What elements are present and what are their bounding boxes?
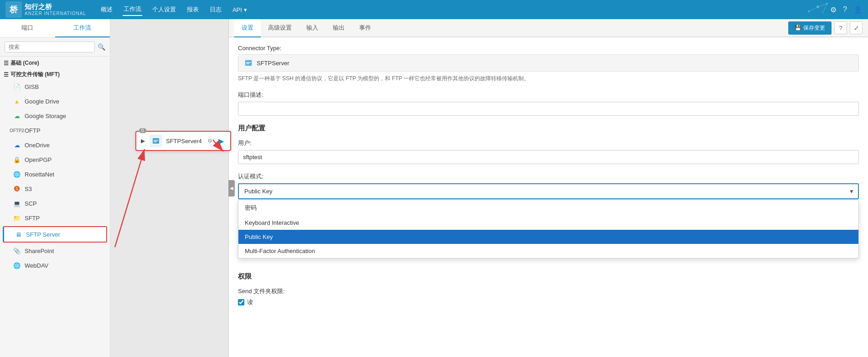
sftp-node-icon	[152, 137, 160, 145]
auth-mode-label: 认证模式:	[238, 172, 859, 181]
onedrive-icon: ☁	[13, 141, 21, 149]
right-panel: 设置 高级设置 输入 输出 事件 💾 保存变更 ? ⤢ Connector Ty…	[229, 19, 868, 357]
connector-type-label: Connector Type:	[238, 45, 859, 52]
connector-type-icon	[244, 58, 253, 67]
tab-output[interactable]: 输出	[326, 19, 352, 37]
s3-icon: 🅢	[13, 185, 21, 193]
sidebar-item-oftp[interactable]: OFTP2 OFTP	[0, 123, 110, 138]
sidebar: 端口 工作流 🔍 ☰ 基础 (Core) ☰ 可控文件传输 (MFT) 📄 GI…	[0, 19, 110, 357]
nav-reports[interactable]: 报表	[186, 3, 200, 16]
sidebar-item-googledrive[interactable]: ▲ Google Drive	[0, 94, 110, 109]
nav-overview[interactable]: 概述	[100, 3, 114, 16]
tab-ports[interactable]: 端口	[0, 19, 55, 37]
node-actions: ⚙ ▶	[206, 136, 226, 145]
sidebar-item-sftp[interactable]: 📁 SFTP	[0, 211, 110, 225]
nav-logs[interactable]: 日志	[209, 3, 222, 16]
port-desc-input[interactable]	[238, 102, 859, 116]
user-icon[interactable]: 👤	[853, 5, 863, 14]
search-button[interactable]: 🔍	[98, 43, 105, 51]
node-expand-icon[interactable]: ▶	[141, 138, 145, 144]
rosettanet-icon: 🌐	[13, 170, 21, 178]
connector-type-group: Connector Type: SFTPServer SFTP 是一种基于 SS…	[238, 45, 859, 83]
tab-workflows[interactable]: 工作流	[55, 19, 110, 37]
sidebar-item-webdav[interactable]: 🌐 WebDAV	[0, 258, 110, 273]
panel-content: Connector Type: SFTPServer SFTP 是一种基于 SS…	[229, 37, 868, 357]
search-input[interactable]	[5, 41, 95, 52]
panel-tabs-bar: 设置 高级设置 输入 输出 事件 💾 保存变更 ? ⤢	[229, 19, 868, 37]
user-config-title: 用户配置	[238, 124, 859, 133]
panel-help-btn[interactable]: ?	[834, 21, 847, 34]
send-folder-group: Send 文件夹权限: 读	[238, 287, 859, 306]
sidebar-content: ☰ 基础 (Core) ☰ 可控文件传输 (MFT) 📄 GISB ▲ Goog…	[0, 57, 110, 357]
collapse-sidebar-btn[interactable]: ◀	[228, 180, 235, 197]
scp-icon: 💻	[13, 199, 21, 207]
save-icon: 💾	[795, 25, 801, 31]
svg-rect-6	[153, 138, 159, 144]
google-storage-icon: ☁	[13, 112, 21, 120]
node-icon	[150, 135, 162, 147]
nav-icons: ⚙ ? 👤	[830, 5, 863, 14]
google-drive-icon: ▲	[13, 97, 21, 105]
auth-dropdown: 密码 Keyboard Interactive Public Key Multi…	[238, 200, 859, 259]
node-connect-btn[interactable]: ▶	[217, 136, 226, 145]
dropdown-item-keyboard[interactable]: Keyboard Interactive	[238, 216, 858, 230]
panel-toolbar: 💾 保存变更 ? ⤢	[788, 21, 863, 35]
connector-type-value: SFTPServer	[238, 54, 859, 72]
auth-mode-select-wrapper: Public Key ▼	[238, 183, 859, 199]
sidebar-item-onedrive[interactable]: ☁ OneDrive	[0, 138, 110, 152]
send-folder-label: Send 文件夹权限:	[238, 287, 859, 295]
sidebar-item-rosettanet[interactable]: 🌐 RosettaNet	[0, 167, 110, 181]
search-box: 🔍	[0, 38, 110, 57]
sidebar-item-gisb[interactable]: 📄 GISB	[0, 79, 110, 94]
sidebar-item-googlestorage[interactable]: ☁ Google Storage	[0, 109, 110, 123]
user-input[interactable]	[238, 150, 859, 164]
workflow-node[interactable]: 0 ▶ SFTPServer4 ⚙ ▶	[135, 131, 231, 151]
user-field-group: 用户:	[238, 139, 859, 164]
nav-links: 概述 工作流 个人设置 报表 日志 API ▾	[100, 3, 830, 16]
tab-settings[interactable]: 设置	[234, 19, 261, 37]
sftpserver-icon: 🖥	[14, 230, 22, 238]
svg-rect-13	[246, 62, 251, 63]
svg-rect-8	[154, 141, 157, 142]
section-mft: ☰ 可控文件传输 (MFT)	[0, 68, 110, 79]
svg-rect-12	[245, 60, 252, 66]
workflow-area: 0 ▶ SFTPServer4 ⚙ ▶ ◀	[110, 19, 229, 357]
sidebar-tabs: 端口 工作流	[0, 19, 110, 38]
save-button[interactable]: 💾 保存变更	[788, 21, 832, 35]
gisb-icon: 📄	[13, 83, 21, 91]
logo-text: 知行之桥 ANZER INTERNATIONAL	[25, 3, 86, 16]
help-icon[interactable]: ?	[843, 5, 847, 14]
sidebar-item-sharepoint[interactable]: 📎 SharePoint	[0, 243, 110, 258]
auth-mode-group: 认证模式: Public Key ▼ 密码 Keyboard Interacti…	[238, 172, 859, 199]
port-desc-label: 端口描述:	[238, 91, 859, 99]
node-settings-btn[interactable]: ⚙	[206, 136, 215, 145]
webdav-icon: 🌐	[13, 261, 21, 269]
read-permission-row: 读	[238, 298, 859, 306]
dropdown-item-mfa[interactable]: Multi-Factor Authentication	[238, 244, 858, 258]
svg-line-10	[115, 149, 145, 247]
sftp-icon: 📁	[13, 214, 21, 222]
nav-api[interactable]: API ▾	[232, 3, 248, 16]
app-logo: 桥 知行之桥 ANZER INTERNATIONAL	[5, 1, 86, 18]
svg-line-4	[809, 7, 818, 11]
tab-advanced-settings[interactable]: 高级设置	[261, 19, 299, 37]
openpgp-icon: 🔒	[13, 155, 21, 164]
dropdown-item-publickey[interactable]: Public Key	[238, 230, 858, 244]
section-mft-icon: ☰	[4, 72, 9, 78]
tab-input[interactable]: 输入	[299, 19, 326, 37]
read-checkbox[interactable]	[238, 299, 244, 305]
section-core-icon: ☰	[4, 60, 9, 67]
sidebar-item-openpgp[interactable]: 🔒 OpenPGP	[0, 152, 110, 167]
sidebar-item-scp[interactable]: 💻 SCP	[0, 196, 110, 211]
auth-mode-select[interactable]: Public Key	[238, 183, 859, 199]
sidebar-item-s3[interactable]: 🅢 S3	[0, 181, 110, 196]
dropdown-item-password[interactable]: 密码	[238, 200, 858, 216]
port-desc-group: 端口描述:	[238, 91, 859, 116]
node-badge: 0	[139, 128, 146, 133]
nav-workflow[interactable]: 工作流	[123, 3, 142, 16]
sidebar-item-sftpserver[interactable]: 🖥 SFTP Server	[3, 226, 107, 243]
svg-rect-14	[246, 63, 249, 64]
nav-settings[interactable]: 个人设置	[151, 3, 177, 16]
tab-events[interactable]: 事件	[352, 19, 378, 37]
panel-expand-btn[interactable]: ⤢	[850, 21, 863, 34]
